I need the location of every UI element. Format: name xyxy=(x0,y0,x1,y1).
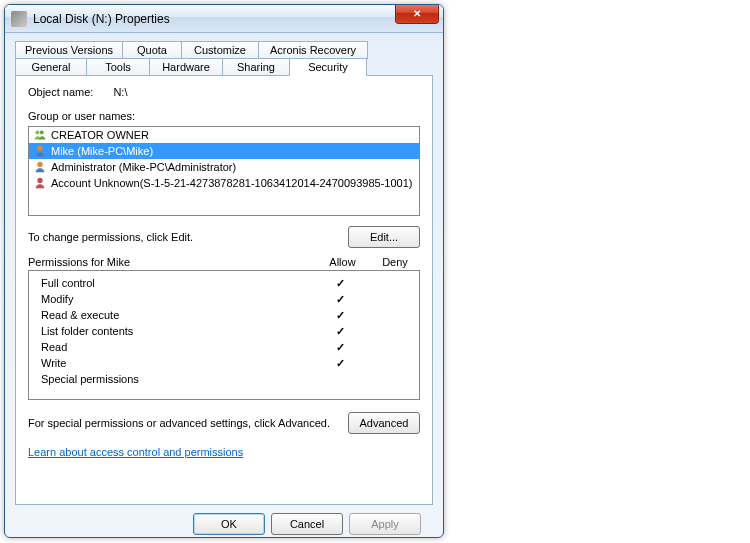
advanced-button[interactable]: Advanced xyxy=(348,412,420,434)
apply-button[interactable]: Apply xyxy=(349,513,421,535)
permission-name: Full control xyxy=(35,277,313,289)
permission-name: Write xyxy=(35,357,313,369)
group-list-item[interactable]: CREATOR OWNER xyxy=(29,127,419,143)
drive-icon xyxy=(11,11,27,27)
group-item-label: Mike (Mike-PC\Mike) xyxy=(51,143,153,159)
svg-text:?: ? xyxy=(43,176,47,183)
close-button[interactable]: ✕ xyxy=(395,4,439,24)
permissions-listbox: Full control✓Modify✓Read & execute✓List … xyxy=(28,270,420,400)
permission-allow: ✓ xyxy=(313,357,368,370)
help-link[interactable]: Learn about access control and permissio… xyxy=(28,446,243,458)
group-item-label: Administrator (Mike-PC\Administrator) xyxy=(51,159,236,175)
tab-quota[interactable]: Quota xyxy=(122,41,182,59)
window-title: Local Disk (N:) Properties xyxy=(33,12,170,26)
tabs-row-upper: Previous VersionsQuotaCustomizeAcronis R… xyxy=(15,41,433,59)
svg-point-2 xyxy=(37,146,42,151)
tab-tools[interactable]: Tools xyxy=(86,58,150,76)
tab-panel-security: Object name: N:\ Group or user names: CR… xyxy=(15,75,433,505)
svg-point-1 xyxy=(40,130,44,134)
col-allow-label: Allow xyxy=(315,256,370,268)
user-icon xyxy=(33,144,47,158)
tab-hardware[interactable]: Hardware xyxy=(149,58,223,76)
permissions-header: Permissions for Mike Allow Deny xyxy=(28,256,420,268)
permission-allow: ✓ xyxy=(313,309,368,322)
groups-label: Group or user names: xyxy=(28,110,420,122)
permission-row: List folder contents✓ xyxy=(35,323,413,339)
svg-point-0 xyxy=(35,130,39,134)
tab-security[interactable]: Security xyxy=(289,58,367,76)
close-icon: ✕ xyxy=(413,8,421,19)
dialog-button-row: OK Cancel Apply xyxy=(15,505,433,535)
svg-point-3 xyxy=(37,162,42,167)
group-item-label: Account Unknown(S-1-5-21-4273878281-1063… xyxy=(51,175,412,191)
permissions-for-label: Permissions for Mike xyxy=(28,256,315,268)
permission-row: Read✓ xyxy=(35,339,413,355)
object-name-value: N:\ xyxy=(113,86,127,98)
user-icon xyxy=(33,160,47,174)
col-deny-label: Deny xyxy=(370,256,420,268)
tab-general[interactable]: General xyxy=(15,58,87,76)
tabs-row-lower: GeneralToolsHardwareSharingSecurity xyxy=(15,58,433,76)
permission-allow: ✓ xyxy=(313,325,368,338)
edit-button[interactable]: Edit... xyxy=(348,226,420,248)
group-list-item[interactable]: Mike (Mike-PC\Mike) xyxy=(29,143,419,159)
permission-allow: ✓ xyxy=(313,293,368,306)
advanced-hint: For special permissions or advanced sett… xyxy=(28,417,330,429)
unknown-icon: ? xyxy=(33,176,47,190)
permission-name: Special permissions xyxy=(35,373,313,385)
group-list-item[interactable]: Administrator (Mike-PC\Administrator) xyxy=(29,159,419,175)
dialog-body: Previous VersionsQuotaCustomizeAcronis R… xyxy=(5,33,443,538)
group-item-label: CREATOR OWNER xyxy=(51,127,149,143)
permission-allow: ✓ xyxy=(313,341,368,354)
permission-row: Full control✓ xyxy=(35,275,413,291)
tab-customize[interactable]: Customize xyxy=(181,41,259,59)
titlebar[interactable]: Local Disk (N:) Properties ✕ xyxy=(5,5,443,33)
permission-row: Read & execute✓ xyxy=(35,307,413,323)
groups-listbox[interactable]: CREATOR OWNERMike (Mike-PC\Mike)Administ… xyxy=(28,126,420,216)
permission-name: Read xyxy=(35,341,313,353)
permission-name: Read & execute xyxy=(35,309,313,321)
group-list-item[interactable]: ?Account Unknown(S-1-5-21-4273878281-106… xyxy=(29,175,419,191)
properties-dialog: Local Disk (N:) Properties ✕ Previous Ve… xyxy=(4,4,444,538)
object-name-label: Object name: xyxy=(28,86,93,98)
permission-row: Write✓ xyxy=(35,355,413,371)
ok-button[interactable]: OK xyxy=(193,513,265,535)
cancel-button[interactable]: Cancel xyxy=(271,513,343,535)
tab-previous-versions[interactable]: Previous Versions xyxy=(15,41,123,59)
permission-row: Special permissions xyxy=(35,371,413,387)
permission-name: List folder contents xyxy=(35,325,313,337)
permission-name: Modify xyxy=(35,293,313,305)
tab-acronis-recovery[interactable]: Acronis Recovery xyxy=(258,41,368,59)
permission-row: Modify✓ xyxy=(35,291,413,307)
group-icon xyxy=(33,128,47,142)
edit-hint: To change permissions, click Edit. xyxy=(28,231,193,243)
permission-allow: ✓ xyxy=(313,277,368,290)
object-name-row: Object name: N:\ xyxy=(28,86,420,98)
tab-sharing[interactable]: Sharing xyxy=(222,58,290,76)
